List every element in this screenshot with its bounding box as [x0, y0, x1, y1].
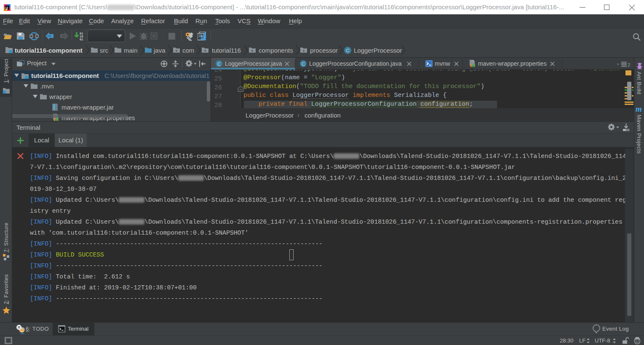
svg-text:C: C	[302, 62, 305, 67]
svg-text:m: m	[636, 105, 642, 112]
svg-text:C: C	[217, 62, 221, 67]
svg-text:IJ: IJ	[5, 6, 8, 9]
svg-text:2: 2	[628, 62, 630, 67]
svg-text:01: 01	[80, 38, 83, 41]
svg-text:C: C	[346, 48, 350, 53]
